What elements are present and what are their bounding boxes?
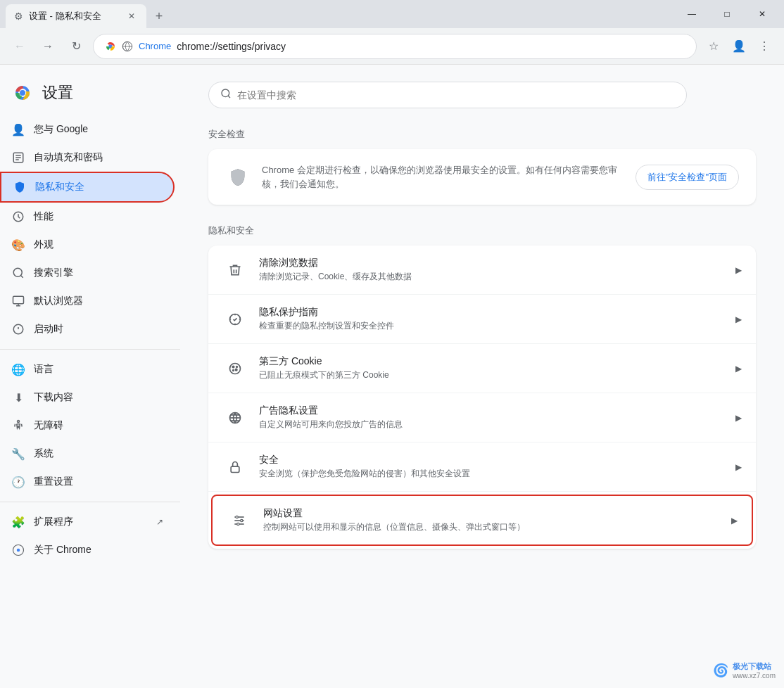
svg-point-15: [230, 363, 241, 374]
chrome-multicolor-icon: [11, 82, 34, 104]
lock-icon: [222, 454, 248, 480]
svg-point-27: [237, 523, 239, 525]
search-bar[interactable]: [208, 82, 687, 108]
privacy-guide-text: 隐私保护指南 检查重要的隐私控制设置和安全控件: [259, 306, 724, 332]
minimize-button[interactable]: —: [676, 4, 708, 25]
forward-button[interactable]: →: [37, 35, 59, 58]
watermark-url: www.xz7.com: [733, 672, 776, 680]
sidebar-item-browser[interactable]: 默认浏览器: [0, 287, 175, 315]
new-tab-button[interactable]: +: [149, 6, 169, 26]
security-item[interactable]: 安全 安全浏览（保护您免受危险网站的侵害）和其他安全设置 ▶: [208, 442, 756, 492]
chevron-right-icon: ▶: [735, 265, 742, 275]
about-icon: [11, 543, 25, 557]
privacy-guide-item[interactable]: 隐私保护指南 检查重要的隐私控制设置和安全控件 ▶: [208, 295, 756, 344]
ad-privacy-icon: [222, 405, 248, 431]
sidebar-item-google[interactable]: 👤 您与 Google: [0, 115, 175, 144]
maximize-button[interactable]: □: [711, 4, 743, 25]
url-brand: Chrome: [139, 41, 171, 51]
search-icon: [11, 266, 25, 280]
chevron-right-icon-4: ▶: [735, 413, 742, 423]
performance-icon: [11, 210, 25, 224]
svg-point-19: [233, 369, 234, 371]
sidebar-item-about[interactable]: 关于 Chrome: [0, 536, 175, 564]
search-input[interactable]: [237, 89, 675, 101]
privacy-icon: [13, 180, 27, 194]
ad-privacy-item[interactable]: 广告隐私设置 自定义网站可用来向您投放广告的信息 ▶: [208, 393, 756, 442]
settings-title: 设置: [42, 82, 73, 103]
site-settings-icon: [227, 508, 252, 533]
cookie-text: 第三方 Cookie 已阻止无痕模式下的第三方 Cookie: [259, 355, 724, 381]
ad-privacy-desc: 自定义网站可用来向您投放广告的信息: [259, 419, 724, 431]
autofill-icon: [11, 151, 25, 165]
refresh-button[interactable]: ↻: [65, 35, 87, 58]
sidebar-label-about: 关于 Chrome: [34, 544, 163, 556]
trash-icon: [222, 257, 248, 283]
svg-point-4: [20, 90, 25, 96]
cookie-title: 第三方 Cookie: [259, 355, 724, 368]
sidebar-label-privacy: 隐私和安全: [35, 181, 162, 193]
window-controls: — □ ✕: [676, 4, 778, 25]
sidebar-item-performance[interactable]: 性能: [0, 203, 175, 231]
site-settings-item[interactable]: 网站设置 控制网站可以使用和显示的信息（位置信息、摄像头、弹出式窗口等） ▶: [211, 495, 753, 546]
sidebar-label-google: 您与 Google: [34, 123, 163, 136]
clear-browsing-text: 清除浏览数据 清除浏览记录、Cookie、缓存及其他数据: [259, 257, 724, 283]
url-bar[interactable]: Chrome chrome://settings/privacy: [93, 34, 697, 59]
active-tab[interactable]: ⚙ 设置 - 隐私和安全 ✕: [6, 4, 146, 28]
svg-point-10: [18, 421, 20, 423]
startup-icon: [11, 322, 25, 336]
sidebar-item-search[interactable]: 搜索引擎: [0, 259, 175, 287]
sidebar-label-downloads: 下载内容: [34, 391, 163, 404]
safety-shield-icon: [225, 165, 251, 190]
sidebar-item-startup[interactable]: 启动时: [0, 315, 175, 343]
privacy-guide-icon: [222, 307, 248, 332]
clear-browsing-item[interactable]: 清除浏览数据 清除浏览记录、Cookie、缓存及其他数据 ▶: [208, 246, 756, 295]
bookmark-button[interactable]: ☆: [702, 35, 725, 58]
safety-description: Chrome 会定期进行检查，以确保您的浏览器使用最安全的设置。如有任何内容需要…: [262, 163, 624, 191]
tab-settings-icon: ⚙: [14, 11, 23, 22]
sidebar-header: 设置: [0, 76, 180, 115]
close-button[interactable]: ✕: [746, 4, 778, 25]
watermark-name: 极光下载站: [733, 661, 776, 672]
back-button[interactable]: ←: [8, 35, 31, 58]
appearance-icon: 🎨: [11, 238, 25, 252]
svg-point-26: [241, 519, 243, 521]
tab-close-button[interactable]: ✕: [125, 10, 138, 23]
sidebar-item-system[interactable]: 🔧 系统: [0, 440, 175, 468]
sidebar-item-downloads[interactable]: ⬇ 下载内容: [0, 383, 175, 412]
profile-button[interactable]: 👤: [728, 35, 750, 58]
sidebar-label-extensions: 扩展程序: [34, 516, 148, 528]
main-layout: 设置 👤 您与 Google 自动填充和密码 隐私和安全: [0, 65, 784, 688]
svg-point-18: [236, 366, 238, 367]
cookie-desc: 已阻止无痕模式下的第三方 Cookie: [259, 369, 724, 381]
sidebar-label-language: 语言: [34, 363, 163, 376]
address-bar: ← → ↻ Chrome chrome://settings/privacy ☆…: [0, 28, 784, 65]
security-text: 安全 安全浏览（保护您免受危险网站的侵害）和其他安全设置: [259, 454, 724, 480]
safety-check-button[interactable]: 前往"安全检查"页面: [636, 165, 739, 190]
sidebar-item-extensions[interactable]: 🧩 扩展程序 ↗: [0, 508, 175, 536]
watermark-logo: 🌀: [713, 663, 728, 678]
security-desc: 安全浏览（保护您免受危险网站的侵害）和其他安全设置: [259, 468, 724, 480]
sidebar-item-autofill[interactable]: 自动填充和密码: [0, 144, 175, 172]
cookie-icon: [222, 356, 248, 381]
sidebar-item-reset[interactable]: 🕐 重置设置: [0, 468, 175, 496]
sidebar-item-appearance[interactable]: 🎨 外观: [0, 231, 175, 259]
sidebar-label-accessibility: 无障碍: [34, 419, 163, 432]
svg-point-12: [17, 549, 20, 552]
tab-title: 设置 - 隐私和安全: [29, 10, 120, 23]
safety-check-card: Chrome 会定期进行检查，以确保您的浏览器使用最安全的设置。如有任何内容需要…: [208, 149, 756, 205]
search-bar-icon: [220, 88, 232, 102]
language-icon: 🌐: [11, 362, 25, 376]
sidebar-item-privacy[interactable]: 隐私和安全: [0, 172, 175, 203]
sidebar-label-autofill: 自动填充和密码: [34, 151, 163, 164]
svg-rect-21: [231, 466, 239, 472]
sidebar-item-language[interactable]: 🌐 语言: [0, 355, 175, 383]
menu-button[interactable]: ⋮: [753, 35, 776, 58]
third-party-cookie-item[interactable]: 第三方 Cookie 已阻止无痕模式下的第三方 Cookie ▶: [208, 344, 756, 393]
chrome-logo-icon: [105, 41, 116, 52]
sidebar-item-accessibility[interactable]: 无障碍: [0, 412, 175, 440]
chevron-right-icon-6: ▶: [731, 516, 738, 525]
ad-privacy-text: 广告隐私设置 自定义网站可用来向您投放广告的信息: [259, 404, 724, 431]
nav-divider-1: [0, 349, 180, 350]
safety-desc-text: Chrome 会定期进行检查，以确保您的浏览器使用最安全的设置。如有任何内容需要…: [262, 163, 624, 191]
svg-point-16: [232, 366, 234, 368]
